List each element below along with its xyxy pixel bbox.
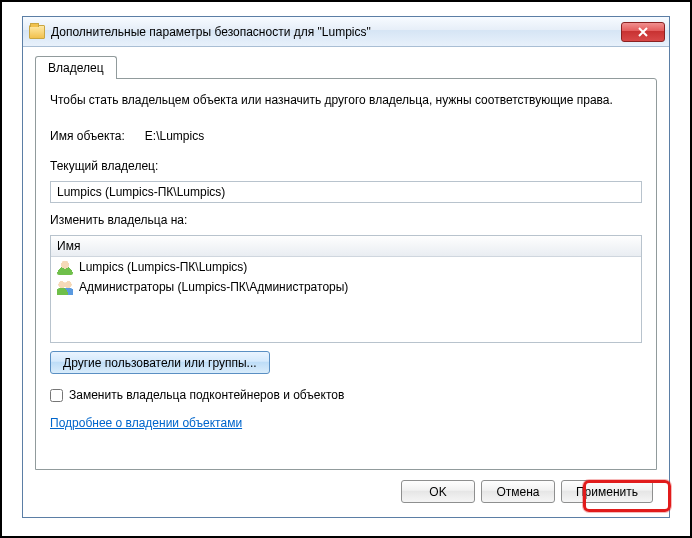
close-button[interactable] [621, 22, 665, 42]
learn-more-link[interactable]: Подробнее о владении объектами [50, 416, 642, 430]
list-item[interactable]: Администраторы (Lumpics-ПК\Администратор… [51, 277, 641, 297]
owner-list[interactable]: Имя Lumpics (Lumpics-ПК\Lumpics) Админис… [50, 235, 642, 343]
object-name-row: Имя объекта: E:\Lumpics [50, 129, 642, 143]
tab-panel: Чтобы стать владельцем объекта или назна… [35, 78, 657, 470]
change-owner-label: Изменить владельца на: [50, 213, 642, 227]
titlebar: Дополнительные параметры безопасности дл… [23, 17, 669, 47]
client-area: Владелец Чтобы стать владельцем объекта … [23, 47, 669, 517]
replace-owner-label: Заменить владельца подконтейнеров и объе… [69, 388, 344, 402]
tab-strip: Владелец [35, 55, 657, 78]
security-dialog: Дополнительные параметры безопасности дл… [22, 16, 670, 518]
replace-owner-checkbox[interactable] [50, 389, 63, 402]
description-text: Чтобы стать владельцем объекта или назна… [50, 93, 642, 107]
other-users-button[interactable]: Другие пользователи или группы... [50, 351, 270, 374]
replace-owner-checkbox-row[interactable]: Заменить владельца подконтейнеров и объе… [50, 388, 642, 402]
list-header-name[interactable]: Имя [51, 236, 641, 257]
tab-owner[interactable]: Владелец [35, 56, 117, 79]
dialog-footer: OK Отмена Применить [35, 470, 657, 507]
cancel-button[interactable]: Отмена [481, 480, 555, 503]
other-users-row: Другие пользователи или группы... [50, 351, 642, 374]
list-item-label: Администраторы (Lumpics-ПК\Администратор… [79, 280, 348, 294]
ok-button[interactable]: OK [401, 480, 475, 503]
group-icon [57, 279, 73, 295]
close-icon [638, 27, 648, 37]
list-item-label: Lumpics (Lumpics-ПК\Lumpics) [79, 260, 247, 274]
object-name-label: Имя объекта: [50, 129, 125, 143]
list-item[interactable]: Lumpics (Lumpics-ПК\Lumpics) [51, 257, 641, 277]
current-owner-label: Текущий владелец: [50, 159, 642, 173]
apply-button[interactable]: Применить [561, 480, 653, 503]
object-name-value: E:\Lumpics [145, 129, 204, 143]
current-owner-field [50, 181, 642, 203]
folder-icon [29, 25, 45, 39]
window-title: Дополнительные параметры безопасности дл… [51, 25, 621, 39]
user-icon [57, 259, 73, 275]
